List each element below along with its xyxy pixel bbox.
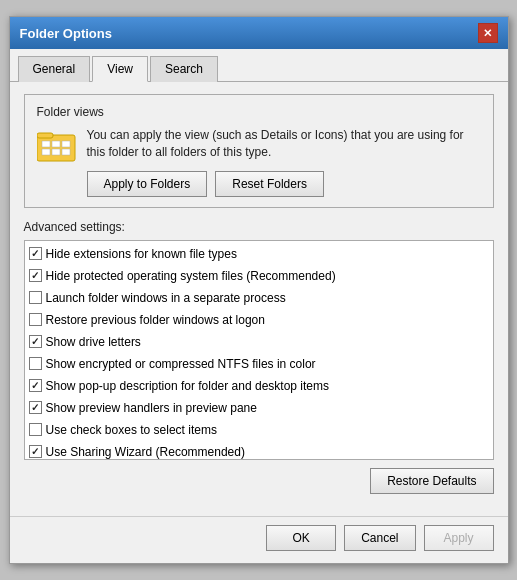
svg-rect-6 <box>52 149 60 155</box>
advanced-settings-label: Advanced settings: <box>24 220 494 234</box>
dialog-title: Folder Options <box>20 26 112 41</box>
main-content: Folder views <box>10 82 508 516</box>
list-item[interactable]: Show preview handlers in preview pane <box>25 397 493 419</box>
list-item-label: Launch folder windows in a separate proc… <box>46 289 286 307</box>
list-item[interactable]: Show drive letters <box>25 331 493 353</box>
checkbox-icon[interactable] <box>29 423 42 436</box>
list-item-label: Use check boxes to select items <box>46 421 217 439</box>
folder-views-desc-and-btns: You can apply the view (such as Details … <box>87 127 481 197</box>
checkbox-icon[interactable] <box>29 357 42 370</box>
list-item-label: Hide extensions for known file types <box>46 245 237 263</box>
cancel-button[interactable]: Cancel <box>344 525 415 551</box>
list-item[interactable]: Show pop-up description for folder and d… <box>25 375 493 397</box>
apply-to-folders-button[interactable]: Apply to Folders <box>87 171 208 197</box>
folder-views-section: Folder views <box>24 94 494 208</box>
tab-general[interactable]: General <box>18 56 91 82</box>
svg-rect-0 <box>37 135 75 161</box>
list-item-label: Show pop-up description for folder and d… <box>46 377 330 395</box>
svg-rect-7 <box>62 149 70 155</box>
close-button[interactable]: ✕ <box>478 23 498 43</box>
svg-rect-1 <box>37 133 53 138</box>
apply-button[interactable]: Apply <box>424 525 494 551</box>
svg-rect-5 <box>42 149 50 155</box>
folder-views-buttons: Apply to Folders Reset Folders <box>87 171 481 197</box>
folder-views-inner: You can apply the view (such as Details … <box>37 127 481 197</box>
checkbox-icon[interactable] <box>29 269 42 282</box>
list-item[interactable]: Hide protected operating system files (R… <box>25 265 493 287</box>
checkbox-icon[interactable] <box>29 335 42 348</box>
svg-rect-2 <box>42 141 50 147</box>
folder-icon <box>37 127 77 163</box>
checkbox-icon[interactable] <box>29 291 42 304</box>
folder-views-title: Folder views <box>37 105 481 119</box>
folder-views-description: You can apply the view (such as Details … <box>87 127 481 161</box>
list-item[interactable]: Hide extensions for known file types <box>25 243 493 265</box>
list-item-label: Hide protected operating system files (R… <box>46 267 336 285</box>
advanced-settings-list[interactable]: Hide extensions for known file typesHide… <box>24 240 494 460</box>
checkbox-icon[interactable] <box>29 313 42 326</box>
list-item[interactable]: Launch folder windows in a separate proc… <box>25 287 493 309</box>
dialog-footer: OK Cancel Apply <box>10 516 508 563</box>
list-item[interactable]: Use check boxes to select items <box>25 419 493 441</box>
list-item[interactable]: Show encrypted or compressed NTFS files … <box>25 353 493 375</box>
reset-folders-button[interactable]: Reset Folders <box>215 171 324 197</box>
tab-search[interactable]: Search <box>150 56 218 82</box>
tab-bar: General View Search <box>10 49 508 82</box>
checkbox-icon[interactable] <box>29 247 42 260</box>
checkbox-icon[interactable] <box>29 445 42 458</box>
tab-view[interactable]: View <box>92 56 148 82</box>
title-bar: Folder Options ✕ <box>10 17 508 49</box>
list-item[interactable]: Restore previous folder windows at logon <box>25 309 493 331</box>
list-item-label: Restore previous folder windows at logon <box>46 311 265 329</box>
folder-options-dialog: Folder Options ✕ General View Search Fol… <box>9 16 509 564</box>
restore-defaults-button[interactable]: Restore Defaults <box>370 468 493 494</box>
ok-button[interactable]: OK <box>266 525 336 551</box>
list-item-label: Show drive letters <box>46 333 141 351</box>
list-item[interactable]: Use Sharing Wizard (Recommended) <box>25 441 493 460</box>
checkbox-icon[interactable] <box>29 401 42 414</box>
svg-rect-3 <box>52 141 60 147</box>
list-item-label: Show encrypted or compressed NTFS files … <box>46 355 316 373</box>
svg-rect-4 <box>62 141 70 147</box>
checkbox-icon[interactable] <box>29 379 42 392</box>
list-item-label: Use Sharing Wizard (Recommended) <box>46 443 245 460</box>
list-item-label: Show preview handlers in preview pane <box>46 399 257 417</box>
restore-defaults-row: Restore Defaults <box>24 468 494 494</box>
